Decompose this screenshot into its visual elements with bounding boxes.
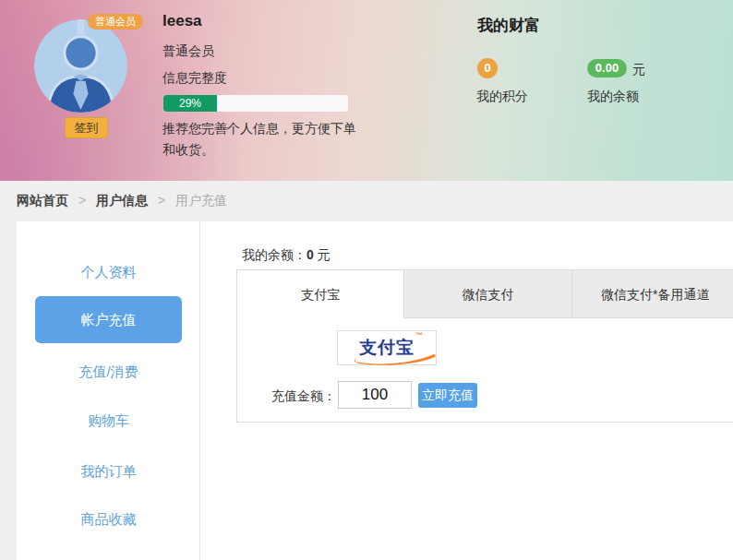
- profile-header: 普通会员 签到 leesa 普通会员 信息完整度 29% 推荐您完善个人信息，更…: [0, 0, 733, 181]
- alipay-logo-text: 支付宝: [359, 338, 415, 357]
- profile-tip-line2: 和收货。: [162, 142, 214, 159]
- main-content: 我的余额：0 元 支付宝 微信支付 微信支付*备用通道 支付宝 ™: [219, 221, 733, 560]
- username: leesa: [162, 12, 202, 30]
- amount-label: 充值金额：: [271, 388, 336, 405]
- balance-label: 我的余额: [587, 89, 639, 105]
- breadcrumb-home[interactable]: 网站首页: [17, 193, 68, 208]
- breadcrumb: 网站首页 > 用户信息 > 用户充值: [17, 193, 227, 209]
- completeness-progress: 29%: [163, 95, 348, 112]
- payment-tabs: 支付宝 微信支付 微信支付*备用通道: [237, 270, 733, 318]
- balance-suffix: 元: [314, 247, 330, 262]
- sidebar-item-recharge[interactable]: 帐户充值: [35, 296, 182, 343]
- tab-wechat-pay[interactable]: 微信支付: [403, 270, 571, 318]
- alipay-tm-mark: ™: [415, 331, 423, 340]
- breadcrumb-separator: >: [78, 193, 86, 208]
- profile-tip-line1: 推荐您完善个人信息，更方便下单: [162, 121, 356, 137]
- member-level-badge: 普通会员: [88, 14, 143, 30]
- recharge-now-button[interactable]: 立即充值: [418, 383, 477, 408]
- tab-wechat-backup[interactable]: 微信支付*备用通道: [571, 270, 733, 318]
- current-balance-line: 我的余额：0 元: [242, 247, 330, 264]
- sidebar-item-profile[interactable]: 个人资料: [17, 264, 200, 281]
- sidebar: 个人资料 帐户充值 充值/消费 购物车 我的订单 商品收藏: [17, 221, 200, 560]
- breadcrumb-user-info[interactable]: 用户信息: [96, 193, 148, 208]
- member-level-text: 普通会员: [162, 43, 214, 60]
- alipay-logo-box: 支付宝 ™: [337, 330, 437, 365]
- tab-alipay[interactable]: 支付宝: [237, 270, 403, 318]
- balance-value-badge: 0.00: [587, 59, 627, 77]
- avatar: [34, 19, 127, 113]
- points-label: 我的积分: [476, 89, 528, 105]
- sidebar-item-history[interactable]: 充值/消费: [17, 363, 200, 381]
- payment-tabbox: 支付宝 微信支付 微信支付*备用通道 支付宝 ™ 充值金额： 立即充值: [236, 269, 733, 423]
- breadcrumb-separator: >: [158, 193, 165, 208]
- progress-fill: 29%: [163, 95, 217, 112]
- user-avatar-icon: [34, 19, 127, 113]
- breadcrumb-bar: 网站首页 > 用户信息 > 用户充值: [0, 181, 733, 221]
- completeness-label: 信息完整度: [162, 70, 227, 87]
- sidebar-item-orders[interactable]: 我的订单: [17, 463, 200, 481]
- checkin-button[interactable]: 签到: [65, 117, 108, 138]
- points-value-badge: 0: [477, 58, 498, 78]
- page: 普通会员 签到 leesa 普通会员 信息完整度 29% 推荐您完善个人信息，更…: [0, 0, 733, 560]
- balance-value: 0: [306, 247, 314, 262]
- wealth-title: 我的财富: [477, 15, 540, 36]
- sidebar-item-favorites[interactable]: 商品收藏: [17, 511, 200, 529]
- sidebar-item-cart[interactable]: 购物车: [17, 412, 200, 430]
- balance-unit: 元: [632, 62, 645, 78]
- balance-prefix: 我的余额：: [242, 247, 306, 262]
- alipay-logo: 支付宝 ™: [359, 336, 415, 360]
- content-panel: 个人资料 帐户充值 充值/消费 购物车 我的订单 商品收藏 我的余额：0 元 支…: [17, 221, 733, 560]
- amount-input[interactable]: [338, 381, 412, 409]
- breadcrumb-current: 用户充值: [175, 193, 227, 208]
